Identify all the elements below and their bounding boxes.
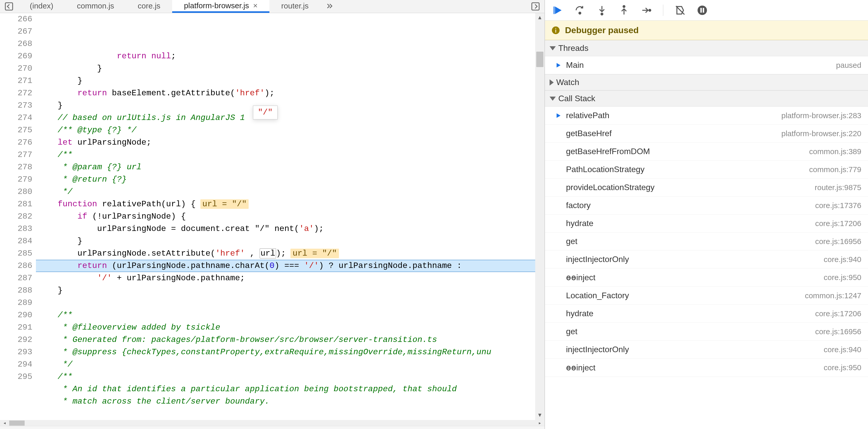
- code-line[interactable]: */: [36, 359, 535, 371]
- callstack-frame[interactable]: getcore.js:16956: [545, 323, 868, 341]
- pause-on-exceptions-button[interactable]: [695, 4, 709, 17]
- code-line[interactable]: return null;: [36, 50, 535, 62]
- tab-core[interactable]: core.js: [126, 0, 172, 13]
- line-number[interactable]: 276: [0, 136, 32, 149]
- code-line[interactable]: [36, 408, 535, 420]
- callstack-frame[interactable]: hydratecore.js:17206: [545, 305, 868, 323]
- line-gutter[interactable]: 2662672682692702712722732742752762772782…: [0, 13, 36, 420]
- line-number[interactable]: 288: [0, 284, 32, 297]
- code-line[interactable]: }: [36, 62, 535, 75]
- step-out-button[interactable]: [617, 4, 631, 17]
- callstack-frame[interactable]: PathLocationStrategycommon.js:779: [545, 161, 868, 178]
- line-number[interactable]: 269: [0, 50, 32, 62]
- code-line[interactable]: }: [36, 284, 535, 297]
- line-number[interactable]: 272: [0, 87, 32, 99]
- code-line[interactable]: * @param {?} url: [36, 161, 535, 173]
- tab-index[interactable]: (index): [18, 0, 65, 13]
- code-line[interactable]: }: [36, 99, 535, 112]
- tab-router[interactable]: router.js: [270, 0, 320, 13]
- line-number[interactable]: 279: [0, 173, 32, 186]
- panel-right-icon[interactable]: [527, 0, 545, 13]
- step-into-button[interactable]: [595, 4, 609, 17]
- scroll-up-icon[interactable]: ▴: [535, 13, 545, 22]
- panel-left-icon[interactable]: [0, 0, 18, 13]
- code-editor[interactable]: 2662672682692702712722732742752762772782…: [0, 13, 545, 420]
- code-line[interactable]: */: [36, 186, 535, 198]
- horizontal-scrollbar[interactable]: ◂ ▸: [0, 420, 545, 426]
- line-number[interactable]: 274: [0, 112, 32, 124]
- code-line[interactable]: /** @type {?} */: [36, 124, 535, 136]
- horizontal-scroll-thumb[interactable]: [9, 421, 25, 426]
- close-icon[interactable]: ×: [253, 1, 258, 10]
- code-line[interactable]: }: [36, 75, 535, 87]
- line-number[interactable]: 266: [0, 13, 32, 25]
- deactivate-breakpoints-button[interactable]: [674, 4, 687, 17]
- code-line[interactable]: }: [36, 235, 535, 247]
- line-number[interactable]: 275: [0, 124, 32, 136]
- line-number[interactable]: 294: [0, 359, 32, 371]
- step-over-button[interactable]: [573, 4, 587, 17]
- line-number[interactable]: 267: [0, 25, 32, 38]
- line-number[interactable]: 278: [0, 161, 32, 173]
- callstack-frame[interactable]: ɵɵinjectcore.js:950: [545, 268, 868, 287]
- chevrons-right-icon[interactable]: [320, 0, 338, 13]
- code-line[interactable]: /**: [36, 371, 535, 383]
- line-number[interactable]: 273: [0, 99, 32, 112]
- code-line[interactable]: return baseElement.getAttribute('href');: [36, 87, 535, 99]
- callstack-frame[interactable]: getBaseHrefplatform-browser.js:220: [545, 124, 868, 143]
- line-number[interactable]: 289: [0, 297, 32, 309]
- callstack-header[interactable]: Call Stack: [545, 90, 868, 107]
- tab-platform-browser[interactable]: platform-browser.js ×: [172, 0, 270, 13]
- code-line[interactable]: * @suppress {checkTypes,constantProperty…: [36, 346, 535, 359]
- code-line[interactable]: urlParsingNode.setAttribute('href' , url…: [36, 247, 535, 260]
- tab-common[interactable]: common.js: [65, 0, 126, 13]
- line-number[interactable]: 292: [0, 334, 32, 346]
- callstack-frame[interactable]: factorycore.js:17376: [545, 197, 868, 214]
- resume-button[interactable]: [551, 4, 564, 17]
- vertical-scroll-thumb[interactable]: [536, 52, 544, 67]
- line-number[interactable]: 268: [0, 38, 32, 50]
- code-line[interactable]: * Generated from: packages/platform-brow…: [36, 334, 535, 346]
- line-number[interactable]: 280: [0, 186, 32, 198]
- callstack-frame[interactable]: provideLocationStrategyrouter.js:9875: [545, 178, 868, 197]
- callstack-frame[interactable]: Location_Factorycommon.js:1247: [545, 287, 868, 305]
- line-number[interactable]: 284: [0, 235, 32, 247]
- callstack-frame[interactable]: ɵɵinjectcore.js:950: [545, 359, 868, 377]
- line-number[interactable]: 277: [0, 149, 32, 161]
- code-line[interactable]: * @fileoverview added by tsickle: [36, 321, 535, 334]
- vertical-scrollbar[interactable]: ▴ ▾: [535, 13, 545, 420]
- line-number[interactable]: 271: [0, 75, 32, 87]
- line-number[interactable]: 281: [0, 198, 32, 210]
- line-number[interactable]: 282: [0, 210, 32, 223]
- line-number[interactable]: 293: [0, 346, 32, 359]
- code-line[interactable]: * @return {?}: [36, 173, 535, 186]
- code-line[interactable]: * match across the client/server boundar…: [36, 395, 535, 408]
- code-line[interactable]: /**: [36, 149, 535, 161]
- code-line[interactable]: // based on urlUtils.js in AngularJS 1: [36, 112, 535, 124]
- callstack-frame[interactable]: injectInjectorOnlycore.js:940: [545, 341, 868, 359]
- code-line[interactable]: if (!urlParsingNode) {: [36, 210, 535, 223]
- callstack-frame[interactable]: injectInjectorOnlycore.js:940: [545, 251, 868, 268]
- line-number[interactable]: 291: [0, 321, 32, 334]
- callstack-frame[interactable]: hydratecore.js:17206: [545, 214, 868, 232]
- code-content[interactable]: return null; } } return baseElement.getA…: [36, 13, 535, 420]
- line-number[interactable]: 285: [0, 247, 32, 260]
- scroll-left-icon[interactable]: ◂: [0, 421, 9, 425]
- code-line[interactable]: [36, 297, 535, 309]
- scroll-down-icon[interactable]: ▾: [535, 411, 545, 420]
- callstack-frame[interactable]: getcore.js:16956: [545, 232, 868, 251]
- code-line[interactable]: '/' + urlParsingNode.pathname;: [36, 272, 535, 284]
- callstack-frame[interactable]: getBaseHrefFromDOMcommon.js:389: [545, 143, 868, 161]
- callstack-frame[interactable]: relativePathplatform-browser.js:283: [545, 107, 868, 124]
- thread-row[interactable]: Main paused: [545, 56, 868, 74]
- line-number[interactable]: 290: [0, 309, 32, 321]
- line-number[interactable]: 283: [0, 223, 32, 235]
- step-button[interactable]: [640, 4, 653, 17]
- code-line[interactable]: return (urlParsingNode.pathname.charAt(0…: [36, 260, 535, 272]
- watch-header[interactable]: Watch: [545, 74, 868, 90]
- code-line[interactable]: * An id that identifies a particular app…: [36, 383, 535, 395]
- code-line[interactable]: let urlParsingNode;: [36, 136, 535, 149]
- line-number[interactable]: 287: [0, 272, 32, 284]
- code-line[interactable]: function relativePath(url) {url = "/": [36, 198, 535, 210]
- line-number[interactable]: 270: [0, 62, 32, 75]
